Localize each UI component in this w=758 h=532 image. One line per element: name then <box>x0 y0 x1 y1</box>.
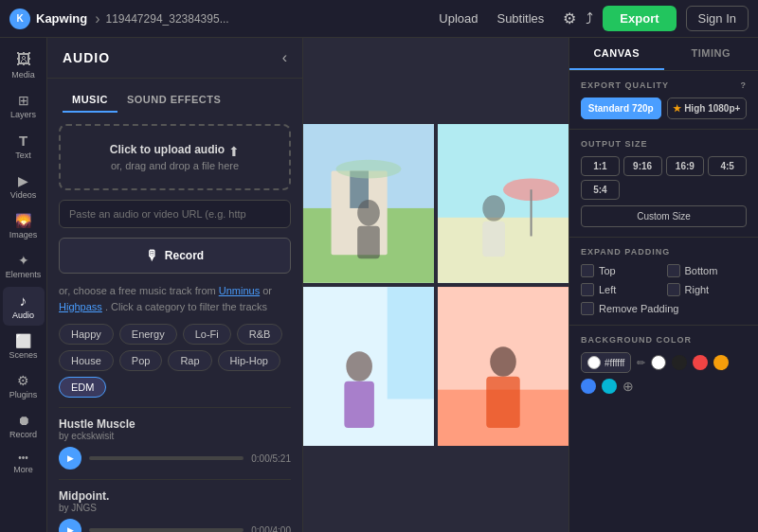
sidebar-item-more[interactable]: ••• More <box>3 447 45 480</box>
url-input[interactable] <box>59 200 291 228</box>
sidebar-item-record[interactable]: ⏺ Record <box>3 407 45 445</box>
quality-high-button[interactable]: ★ High 1080p+ <box>667 98 748 119</box>
tag-hiphop[interactable]: Hip-Hop <box>218 350 280 371</box>
free-music-text2: . Click a category to filter the tracks <box>105 301 267 312</box>
tag-house[interactable]: House <box>59 350 114 371</box>
expand-padding-label: EXPAND PADDING <box>581 247 747 257</box>
share-icon-button[interactable]: ⤴ <box>586 10 593 27</box>
track-progress-2: ▶ 0:00/4:00 <box>59 519 291 532</box>
tag-lofi[interactable]: Lo-Fi <box>183 324 231 345</box>
svg-rect-6 <box>357 226 380 259</box>
padding-top[interactable]: Top <box>581 264 661 277</box>
play-button-1[interactable]: ▶ <box>59 447 81 470</box>
color-hex-input[interactable]: #ffffff <box>581 352 631 373</box>
swatch-cyan[interactable] <box>602 379 617 394</box>
tag-rap[interactable]: Rap <box>168 350 211 371</box>
record-button[interactable]: 🎙 Record <box>59 238 291 274</box>
sidebar-item-label: Layers <box>10 110 36 119</box>
sidebar-item-label: Images <box>9 230 38 239</box>
tab-music[interactable]: MUSIC <box>63 88 117 113</box>
padding-right[interactable]: Right <box>667 283 748 296</box>
tab-timing[interactable]: TIMING <box>664 38 759 70</box>
sidebar-item-images[interactable]: 🌄 Images <box>3 207 45 245</box>
topbar-center-nav: Upload Subtitles <box>439 11 544 26</box>
more-colors-button[interactable]: ⊕ <box>623 379 634 394</box>
track-name-2: Midpoint. <box>59 489 291 503</box>
size-16-9-button[interactable]: 16:9 <box>666 156 705 176</box>
sidebar-item-layers[interactable]: ⊞ Layers <box>3 87 45 125</box>
sidebar-item-text[interactable]: T Text <box>3 127 45 166</box>
custom-size-button[interactable]: Custom Size <box>581 205 747 227</box>
remove-padding-checkbox[interactable] <box>581 302 594 315</box>
swatch-red[interactable] <box>693 355 708 370</box>
subtitles-button[interactable]: Subtitles <box>496 11 544 26</box>
size-5-4-button[interactable]: 5:4 <box>581 180 620 200</box>
upload-audio-area[interactable]: Click to upload audio ⬆ or, drag and dro… <box>59 124 291 190</box>
audio-icon: ♪ <box>20 293 27 309</box>
settings-icon-button[interactable]: ⚙ <box>563 9 576 27</box>
pencil-icon[interactable]: ✏ <box>637 357 645 369</box>
padding-bottom-checkbox[interactable] <box>667 264 680 277</box>
remove-padding[interactable]: Remove Padding <box>581 302 747 315</box>
unminus-link[interactable]: Unminus <box>219 285 260 296</box>
tag-happy[interactable]: Happy <box>59 324 114 345</box>
canvas-photo-3 <box>303 287 434 446</box>
tag-rnb[interactable]: R&B <box>237 324 283 345</box>
play-button-2[interactable]: ▶ <box>59 519 81 532</box>
sidebar-item-scenes[interactable]: ⬜ Scenes <box>3 328 45 365</box>
padding-bottom[interactable]: Bottom <box>667 264 748 277</box>
music-tags: Happy Energy Lo-Fi R&B House Pop Rap Hip… <box>59 324 291 398</box>
sidebar-item-audio[interactable]: ♪ Audio <box>3 287 45 326</box>
tag-pop[interactable]: Pop <box>119 350 163 371</box>
sidebar-item-label: Plugins <box>9 390 38 399</box>
record-label: Record <box>165 249 204 262</box>
size-1-1-button[interactable]: 1:1 <box>581 156 620 176</box>
progress-bar-1[interactable] <box>89 456 244 460</box>
tab-canvas[interactable]: CANVAS <box>569 38 664 70</box>
highpass-link[interactable]: Highpass <box>59 301 102 312</box>
padding-left-label: Left <box>599 284 616 295</box>
upload-title: Click to upload audio <box>110 143 225 156</box>
track-author-1: by eckskwisit <box>59 431 291 441</box>
sidebar-item-plugins[interactable]: ⚙ Plugins <box>3 367 45 405</box>
size-9-16-button[interactable]: 9:16 <box>623 156 662 176</box>
background-color-section: BACKGROUND COLOR #ffffff ✏ ⊕ <box>569 326 758 403</box>
tag-energy[interactable]: Energy <box>119 324 177 345</box>
padding-top-checkbox[interactable] <box>581 264 594 277</box>
canvas-photo-4 <box>438 287 568 446</box>
padding-left[interactable]: Left <box>581 283 661 296</box>
free-music-text1: or, choose a free music track from <box>59 285 216 296</box>
help-icon[interactable]: ? <box>741 80 748 90</box>
audio-tabs: MUSIC SOUND EFFECTS <box>47 79 302 113</box>
padding-left-checkbox[interactable] <box>581 283 594 296</box>
swatch-black[interactable] <box>672 355 687 370</box>
sidebar-item-label: Audio <box>12 310 34 320</box>
upload-button[interactable]: Upload <box>439 11 478 26</box>
signin-button[interactable]: Sign In <box>686 6 749 31</box>
sidebar-item-media[interactable]: 🖼 Media <box>3 45 45 85</box>
export-button[interactable]: Export <box>603 6 676 31</box>
export-quality-section: EXPORT QUALITY ? Standard 720p ★ High 10… <box>569 71 758 130</box>
swatch-blue[interactable] <box>581 379 596 394</box>
audio-panel-title: AUDIO <box>63 50 110 65</box>
quality-standard-button[interactable]: Standard 720p <box>581 98 661 119</box>
progress-bar-2[interactable] <box>89 528 244 532</box>
track-name-1: Hustle Muscle <box>59 417 291 431</box>
elements-icon: ✦ <box>18 253 29 268</box>
tag-edm[interactable]: EDM <box>59 377 106 398</box>
padding-right-checkbox[interactable] <box>667 283 680 296</box>
collapse-button[interactable]: ‹ <box>282 49 287 66</box>
layers-icon: ⊞ <box>18 93 29 108</box>
images-icon: 🌄 <box>15 213 31 228</box>
sidebar-item-videos[interactable]: ▶ Videos <box>3 168 45 205</box>
export-quality-label: EXPORT QUALITY ? <box>581 80 747 90</box>
size-4-5-button[interactable]: 4:5 <box>708 156 747 176</box>
sidebar-item-elements[interactable]: ✦ Elements <box>3 247 45 285</box>
expand-padding-section: EXPAND PADDING Top Bottom Left Right <box>569 238 758 326</box>
tab-sound-effects[interactable]: SOUND EFFECTS <box>117 88 230 113</box>
breadcrumb-arrow: › <box>95 10 99 27</box>
swatch-yellow[interactable] <box>713 355 729 370</box>
color-swatch-white <box>587 356 601 369</box>
swatch-white[interactable] <box>651 355 666 370</box>
upload-icon: ⬆ <box>228 144 240 159</box>
